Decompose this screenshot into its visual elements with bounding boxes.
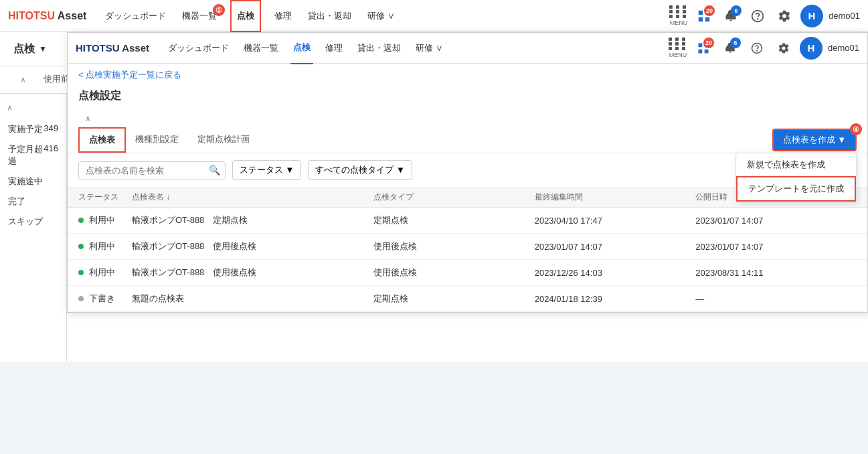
app-logo: HITOTSU Asset	[8, 10, 86, 22]
overlay-nav-equipment[interactable]: 機器一覧	[241, 32, 281, 64]
nav-repair[interactable]: 修理	[272, 0, 294, 32]
svg-rect-0	[699, 10, 703, 14]
sidebar-item-done[interactable]: 完了	[0, 192, 66, 212]
overlay-title: 点検設定	[68, 86, 867, 110]
overlay-row-1[interactable]: 利用中 輸液ポンプOT-888 定期点検 定期点検 2023/04/10 17:…	[68, 208, 867, 234]
svg-point-11	[757, 50, 758, 51]
overlay-col-edit: 最終編集時間	[535, 192, 696, 203]
sidebar-item-overdue[interactable]: 予定月超過 416	[0, 139, 66, 171]
menu-grid-btn[interactable]: MENU	[669, 5, 688, 26]
overlay-search-wrap: 🔍	[78, 161, 226, 179]
page-title[interactable]: 点検 ▼	[13, 42, 47, 56]
overlay-logo: HITOTSU Asset	[76, 42, 149, 54]
create-dropdown-menu: 新規で点検表を作成 テンプレートを元に作成	[735, 153, 857, 202]
svg-rect-6	[699, 43, 703, 47]
collapse-btn[interactable]: ∧	[13, 66, 33, 93]
overlay-nav: HITOTSU Asset ダッシュボード 機器一覧 点検 修理 貸出・返却 研…	[68, 33, 867, 64]
overlay-type-3: 使用後点検	[373, 267, 535, 279]
overlay-pub-4: —	[695, 294, 857, 304]
breadcrumb-link[interactable]: < 点検実施予定一覧に戻る	[78, 70, 181, 80]
overlay-name-3: 輸液ポンプOT-888 使用後点検	[132, 267, 373, 279]
overlay-nav-repair[interactable]: 修理	[323, 32, 345, 64]
overlay-row-4[interactable]: 下書き 無題の点検表 定期点検 2024/01/18 12:39 —	[68, 286, 867, 312]
overlay-window: HITOTSU Asset ダッシュボード 機器一覧 点検 修理 貸出・返却 研…	[67, 32, 868, 313]
overlay-row-2[interactable]: 利用中 輸液ポンプOT-888 使用後点検 使用後点検 2023/01/07 1…	[68, 234, 867, 260]
overlay-search-icon[interactable]: 🔍	[209, 165, 220, 175]
overlay-pub-2: 2023/01/07 14:07	[695, 242, 857, 252]
menu-label: MENU	[670, 19, 688, 26]
overlay-row-3[interactable]: 利用中 輸液ポンプOT-888 使用後点検 使用後点検 2023/12/26 1…	[68, 260, 867, 286]
sidebar: ∧ 実施予定 349 予定月超過 416 実施途中 完了 スキップ	[0, 94, 67, 362]
overlay-help-btn[interactable]	[746, 37, 768, 59]
notification-badge: 6	[731, 5, 742, 16]
settings-btn[interactable]	[774, 5, 795, 27]
sidebar-item-scheduled[interactable]: 実施予定 349	[0, 119, 66, 139]
create-from-template-btn[interactable]: テンプレートを元に作成	[736, 176, 856, 202]
svg-rect-8	[699, 49, 703, 53]
overlay-tab-model-settings[interactable]: 機種別設定	[126, 128, 188, 152]
notification-btn[interactable]: 6	[720, 5, 742, 27]
avatar[interactable]: H	[800, 5, 823, 27]
overlay-collapse: ∧	[68, 110, 867, 127]
sidebar-collapse-btn[interactable]: ∧	[0, 100, 66, 115]
overlay-edit-2: 2023/01/07 14:07	[535, 242, 696, 252]
overlay-status-1: 利用中	[78, 214, 132, 226]
overlay-tab-periodic-plan[interactable]: 定期点検計画	[188, 128, 259, 152]
nav-training[interactable]: 研修 ∨	[365, 0, 398, 32]
create-inspection-form-btn[interactable]: 点検表を作成 ▼ ④	[772, 129, 857, 151]
overlay-search-input[interactable]	[78, 161, 226, 179]
svg-rect-9	[705, 49, 709, 53]
overlay-pub-3: 2023/08/31 14:11	[695, 268, 857, 278]
overlay-type-2: 使用後点検	[373, 240, 535, 252]
nav-rental[interactable]: 貸出・返却	[305, 0, 354, 32]
overlay-menu-btn[interactable]: MENU	[669, 37, 687, 58]
overlay-nav-rental[interactable]: 貸出・返却	[355, 32, 404, 64]
nav-annotation-1: ①	[213, 4, 225, 16]
overlay-edit-1: 2023/04/10 17:47	[535, 216, 696, 226]
overlay-col-status: ステータス	[78, 192, 132, 203]
overlay-tab-inspection-form[interactable]: 点検表	[78, 127, 126, 153]
overlay-nav-training[interactable]: 研修 ∨	[413, 32, 446, 64]
overlay-avatar[interactable]: H	[800, 37, 822, 60]
nav-dashboard[interactable]: ダッシュボード	[102, 0, 169, 32]
top-nav: HITOTSU Asset ダッシュボード 機器一覧 点検 修理 貸出・返却 研…	[0, 0, 868, 32]
nav-items: ダッシュボード 機器一覧 点検 修理 貸出・返却 研修 ∨ ①	[102, 0, 669, 32]
overlay-status-2: 利用中	[78, 240, 132, 252]
overlay-pub-1: 2023/01/07 14:07	[695, 216, 857, 226]
sidebar-item-skip[interactable]: スキップ	[0, 212, 66, 232]
overlay-tabs-bar: 点検表 機種別設定 定期点検計画 点検表を作成 ▼ ④ 新規で点検表を作成 テン…	[68, 127, 867, 153]
overlay-status-3: 利用中	[78, 267, 132, 279]
overlay-name-1: 輸液ポンプOT-888 定期点検	[132, 214, 373, 226]
overlay-notify-btn[interactable]: 6	[719, 37, 741, 59]
overlay-nav-right: MENU 20 6 H demo01	[669, 37, 859, 60]
overlay-col-type: 点検タイプ	[373, 192, 535, 203]
user-name: demo01	[829, 11, 860, 21]
svg-rect-3	[705, 17, 709, 21]
overlay-type-filter[interactable]: すべての点検タイプ ▼	[308, 160, 412, 180]
svg-rect-2	[699, 17, 703, 21]
overlay-badge-btn[interactable]: 20	[693, 37, 714, 59]
overlay-type-4: 定期点検	[373, 293, 535, 305]
overlay-collapse-btn[interactable]: ∧	[78, 111, 857, 126]
help-btn[interactable]	[747, 5, 768, 27]
overlay-status-filter[interactable]: ステータス ▼	[232, 160, 301, 180]
nav-equipment[interactable]: 機器一覧	[179, 0, 220, 32]
overlay-name-4: 無題の点検表	[132, 293, 373, 305]
menu-badge: 20	[704, 5, 715, 16]
overlay-settings-btn[interactable]	[773, 37, 794, 59]
nav-right: MENU 20 6 H demo01	[669, 5, 860, 27]
overlay-nav-items: ダッシュボード 機器一覧 点検 修理 貸出・返却 研修 ∨	[165, 32, 669, 64]
nav-inspection[interactable]: 点検	[230, 0, 261, 32]
create-new-btn[interactable]: 新規で点検表を作成	[736, 153, 856, 176]
overlay-type-1: 定期点検	[373, 214, 535, 226]
overlay-edit-3: 2023/12/26 14:03	[535, 268, 696, 278]
overlay-status-4: 下書き	[78, 293, 132, 305]
sidebar-item-in-progress[interactable]: 実施途中	[0, 171, 66, 192]
badge-menu-btn[interactable]: 20	[693, 5, 715, 27]
overlay-edit-4: 2024/01/18 12:39	[535, 294, 696, 304]
create-btn-wrap: 点検表を作成 ▼ ④ 新規で点検表を作成 テンプレートを元に作成	[772, 129, 857, 151]
overlay-nav-dashboard[interactable]: ダッシュボード	[165, 32, 232, 64]
overlay-nav-inspection[interactable]: 点検	[290, 32, 313, 64]
overlay-user-name: demo01	[828, 43, 859, 53]
overlay-breadcrumb: < 点検実施予定一覧に戻る	[68, 64, 867, 86]
